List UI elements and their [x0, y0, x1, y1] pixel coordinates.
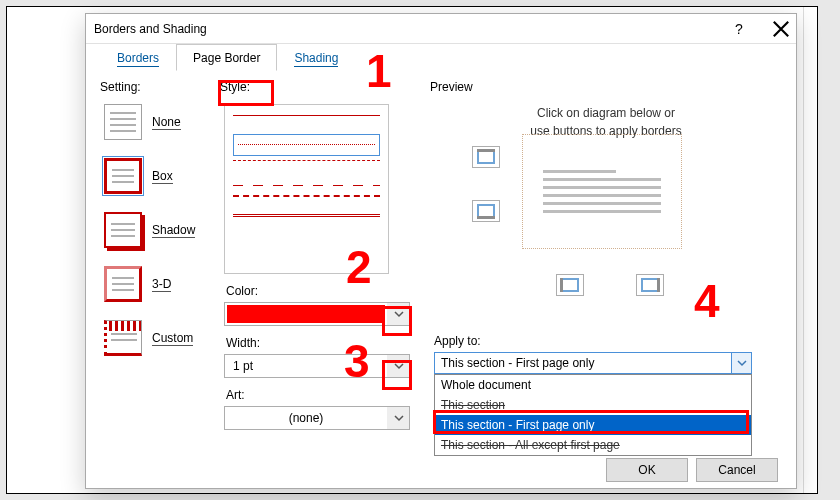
option-whole-document[interactable]: Whole document [435, 375, 751, 395]
tab-borders-label: Borders [117, 51, 159, 67]
style-option-selected[interactable] [233, 134, 380, 156]
chevron-down-icon[interactable] [387, 303, 409, 325]
callout-2: 2 [346, 240, 372, 294]
setting-none-label: None [152, 115, 181, 130]
art-value: (none) [225, 411, 387, 425]
tab-page-border[interactable]: Page Border [176, 44, 277, 71]
color-dropdown[interactable] [224, 302, 410, 326]
setting-box[interactable]: Box [104, 158, 212, 194]
apply-to-group: Apply to: This section - First page only… [426, 324, 756, 456]
tab-shading-label: Shading [294, 51, 338, 67]
doc-gutter [803, 7, 817, 493]
option-this-section[interactable]: This section [435, 395, 751, 415]
width-label: Width: [226, 336, 411, 350]
apply-to-dropdown[interactable]: This section - First page only [434, 352, 752, 374]
width-dropdown[interactable]: 1 pt [224, 354, 410, 378]
style-option-dash-bold[interactable] [233, 195, 380, 210]
callout-1: 1 [366, 44, 392, 98]
setting-column: Setting: None Box Shadow 3-D Cust [96, 74, 212, 374]
border-right-button[interactable] [636, 274, 664, 296]
setting-label: Setting: [100, 80, 212, 94]
cancel-button[interactable]: Cancel [696, 458, 778, 482]
apply-to-label: Apply to: [434, 334, 756, 348]
preview-diagram[interactable] [522, 134, 682, 249]
preview-column: Preview Click on diagram below or use bu… [426, 74, 786, 140]
border-bottom-button[interactable] [472, 200, 500, 222]
setting-3d-label: 3-D [152, 277, 171, 292]
tab-shading[interactable]: Shading [277, 44, 355, 71]
tab-borders[interactable]: Borders [100, 44, 176, 71]
setting-shadow[interactable]: Shadow [104, 212, 212, 248]
dialog-footer: OK Cancel [606, 458, 778, 482]
app-surface: Borders and Shading ? Borders Page Borde… [6, 6, 818, 494]
chevron-down-icon[interactable] [387, 355, 409, 377]
dialog-body: Setting: None Box Shadow 3-D Cust [96, 74, 786, 478]
art-label: Art: [226, 388, 411, 402]
custom-thumb-icon [104, 320, 142, 356]
titlebar: Borders and Shading ? [86, 14, 796, 44]
dialog-title: Borders and Shading [94, 22, 207, 36]
preview-label: Preview [430, 80, 786, 94]
setting-custom-label: Custom [152, 331, 193, 346]
setting-3d[interactable]: 3-D [104, 266, 212, 302]
border-top-icon [477, 150, 495, 164]
apply-to-value: This section - First page only [435, 356, 731, 370]
color-value [227, 305, 385, 323]
setting-box-label: Box [152, 169, 173, 184]
setting-none[interactable]: None [104, 104, 212, 140]
callout-3: 3 [344, 334, 370, 388]
option-except-first-page[interactable]: This section - All except first page [435, 435, 751, 455]
box-thumb-icon [104, 158, 142, 194]
help-icon[interactable]: ? [730, 20, 748, 38]
none-thumb-icon [104, 104, 142, 140]
option-first-page-only[interactable]: This section - First page only [435, 415, 751, 435]
setting-custom[interactable]: Custom [104, 320, 212, 356]
border-left-button[interactable] [556, 274, 584, 296]
tab-page-border-label: Page Border [193, 51, 260, 66]
borders-shading-dialog: Borders and Shading ? Borders Page Borde… [85, 13, 797, 489]
setting-shadow-label: Shadow [152, 223, 195, 238]
border-top-button[interactable] [472, 146, 500, 168]
chevron-down-icon[interactable] [387, 407, 409, 429]
three-d-thumb-icon [104, 266, 142, 302]
style-option-solid[interactable] [233, 115, 380, 130]
ok-button[interactable]: OK [606, 458, 688, 482]
style-column: Style: Color: Width: 1 pt Art: [216, 74, 411, 430]
border-bottom-icon [477, 204, 495, 218]
style-option-dash[interactable] [233, 160, 380, 175]
shadow-thumb-icon [104, 212, 142, 248]
border-right-icon [641, 278, 659, 292]
callout-4: 4 [694, 274, 720, 328]
art-dropdown[interactable]: (none) [224, 406, 410, 430]
apply-to-options-list: Whole document This section This section… [434, 374, 752, 456]
border-left-icon [561, 278, 579, 292]
style-option-spaced[interactable] [233, 179, 380, 191]
color-label: Color: [226, 284, 411, 298]
chevron-down-icon[interactable] [731, 353, 751, 373]
close-icon[interactable] [772, 20, 790, 38]
style-option-double[interactable] [233, 214, 380, 229]
tab-strip: Borders Page Border Shading [86, 44, 796, 70]
